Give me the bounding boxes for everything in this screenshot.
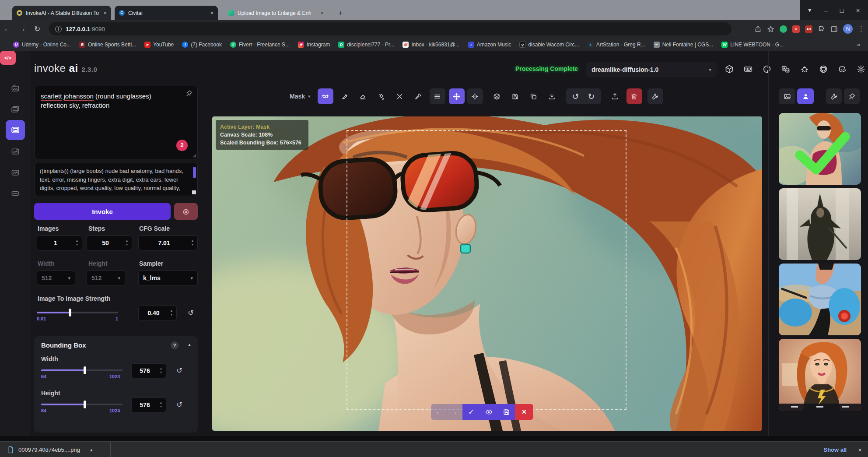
browser-menu-icon[interactable]: ⋮ xyxy=(858,25,864,33)
bbox-width-reset-button[interactable]: ↺ xyxy=(173,364,186,376)
tab-image-to-image[interactable] xyxy=(6,101,25,118)
settings-gear-button[interactable] xyxy=(854,61,868,77)
show-all-downloads-link[interactable]: Show all xyxy=(824,446,847,453)
bookmark-item[interactable]: BOnline Sports Betti... xyxy=(79,42,136,48)
copy-to-clipboard-button[interactable] xyxy=(526,88,542,104)
pin-icon[interactable] xyxy=(186,90,193,97)
bookmark-item[interactable]: WLINE WEBTOON - G... xyxy=(721,42,784,48)
tab-close-icon[interactable]: × xyxy=(103,10,107,16)
download-item[interactable]: 000979.40d74eb5....png ▴ xyxy=(7,442,93,457)
save-to-gallery-button[interactable] xyxy=(508,88,523,104)
slider-handle[interactable] xyxy=(69,309,71,316)
tab-close-icon[interactable]: × xyxy=(320,10,324,16)
stepper[interactable]: ▴▾ xyxy=(74,239,82,247)
height-select[interactable]: 512 ▾ xyxy=(87,271,125,285)
strength-input[interactable]: 0.40 ▴▾ xyxy=(138,306,177,320)
github-button[interactable] xyxy=(817,61,830,77)
close-window-button[interactable]: × xyxy=(852,7,864,14)
next-image-button[interactable]: → xyxy=(447,404,462,420)
download-image-button[interactable] xyxy=(544,88,560,104)
forward-icon[interactable]: → xyxy=(15,25,30,33)
merge-layers-button[interactable] xyxy=(489,88,505,104)
prompt-input[interactable]: scarlett johansson (round sunglasses) re… xyxy=(34,86,198,159)
console-toggle-button[interactable]: </> xyxy=(0,51,16,65)
side-panel-icon[interactable] xyxy=(830,25,838,33)
back-icon[interactable]: ← xyxy=(0,25,15,33)
adblock-extension-icon[interactable]: AB xyxy=(805,25,812,33)
grammarly-extension-icon[interactable] xyxy=(780,25,787,33)
bookmark-item[interactable]: f(7) Facebook xyxy=(182,42,222,48)
resize-grip-icon[interactable] xyxy=(192,190,196,194)
layer-select[interactable]: Mask ▾ xyxy=(290,93,311,100)
mask-options-button[interactable] xyxy=(318,88,333,104)
bookmark-star-icon[interactable] xyxy=(767,25,774,33)
clear-mask-button[interactable] xyxy=(392,88,408,104)
gallery-settings-button[interactable] xyxy=(826,88,842,104)
profile-avatar[interactable]: N xyxy=(843,24,853,34)
language-button[interactable] xyxy=(779,61,792,77)
strength-slider[interactable] xyxy=(37,312,118,313)
close-downloads-bar-icon[interactable]: × xyxy=(858,446,862,453)
tab-close-icon[interactable]: × xyxy=(210,10,214,16)
tab-upload-image[interactable]: Upload Image to Enlarge & Enh... × xyxy=(224,6,328,20)
address-bar[interactable]: i 127.0.0.1:9090 xyxy=(49,22,732,35)
site-info-icon[interactable]: i xyxy=(55,26,62,32)
stepper[interactable]: ▴▾ xyxy=(158,401,166,409)
stepper[interactable]: ▴▾ xyxy=(158,367,166,375)
new-tab-button[interactable]: + xyxy=(335,8,346,18)
images-input[interactable]: 1 ▴▾ xyxy=(37,236,82,250)
bookmark-item[interactable]: ∞Neil Fontaine | CGS... xyxy=(654,42,714,48)
bookmark-item[interactable]: Ddisciplenei777 - Pr... xyxy=(338,42,394,48)
bookmark-item[interactable]: ◉Instagram xyxy=(298,42,330,48)
tab-nodes[interactable] xyxy=(6,164,25,181)
width-select[interactable]: 512 ▾ xyxy=(37,271,75,285)
brush-options-button[interactable] xyxy=(430,88,445,104)
bbox-height-input[interactable]: 576 ▴▾ xyxy=(131,397,166,412)
bookmark-item[interactable]: ♪Amazon Music xyxy=(468,42,511,48)
show-hide-image-button[interactable] xyxy=(480,404,497,420)
model-manager-button[interactable] xyxy=(723,61,736,77)
scrollbar-thumb[interactable] xyxy=(193,167,196,178)
tab-invokeai[interactable]: InvokeAI - A Stable Diffusion Too × xyxy=(12,6,111,20)
invoke-button[interactable]: Invoke xyxy=(34,203,171,220)
steps-input[interactable]: 50 ▴▾ xyxy=(87,236,132,250)
bookmark-item[interactable]: UUdemy - Online Co... xyxy=(13,42,71,48)
bounding-box-selection[interactable] xyxy=(346,130,626,410)
reset-view-button[interactable] xyxy=(467,88,483,104)
bbox-height-slider[interactable] xyxy=(41,404,122,405)
cancel-button[interactable]: ⊗ xyxy=(174,203,198,220)
browser-menu-caret-icon[interactable]: ▾ xyxy=(804,6,816,14)
slider-handle[interactable] xyxy=(84,401,86,408)
stepper[interactable]: ▴▾ xyxy=(168,309,176,317)
resize-grip-icon[interactable]: ◢ xyxy=(192,152,196,158)
tab-training[interactable] xyxy=(6,185,25,202)
maximize-button[interactable]: □ xyxy=(836,7,848,14)
discard-image-button[interactable]: × xyxy=(515,404,533,420)
stepper[interactable]: ▴▾ xyxy=(189,239,197,247)
move-tool-button[interactable] xyxy=(449,88,465,104)
reload-icon[interactable]: ↻ xyxy=(30,25,45,34)
sampler-select[interactable]: k_lms ▾ xyxy=(138,271,198,285)
gallery-results-button[interactable] xyxy=(797,88,814,104)
eraser-tool-button[interactable] xyxy=(355,88,371,104)
bookmark-item[interactable]: ▶YouTube xyxy=(144,42,174,48)
mute-extension-icon[interactable]: ✕ xyxy=(792,25,800,33)
share-icon[interactable] xyxy=(754,25,762,33)
hotkeys-button[interactable] xyxy=(742,61,755,77)
accept-image-button[interactable]: ✓ xyxy=(462,404,480,420)
brush-tool-button[interactable] xyxy=(337,88,353,104)
gallery-thumbnail[interactable] xyxy=(779,264,861,335)
previous-image-button[interactable]: ← xyxy=(431,404,447,420)
bbox-width-input[interactable]: 576 ▴▾ xyxy=(131,363,166,378)
help-icon[interactable]: ? xyxy=(171,341,178,349)
canvas-settings-button[interactable] xyxy=(648,88,663,104)
color-picker-button[interactable] xyxy=(410,88,426,104)
undo-button[interactable]: ↺ xyxy=(568,88,584,104)
bookmark-item[interactable]: Vdisable Wacom Circ... xyxy=(519,42,579,48)
bbox-width-slider[interactable] xyxy=(41,369,122,371)
stepper[interactable]: ▴▾ xyxy=(124,239,132,247)
bookmarks-overflow-icon[interactable]: » xyxy=(857,41,860,48)
gallery-thumbnail[interactable] xyxy=(779,339,861,411)
theme-palette-button[interactable] xyxy=(760,61,774,77)
clear-canvas-button[interactable] xyxy=(626,88,642,104)
